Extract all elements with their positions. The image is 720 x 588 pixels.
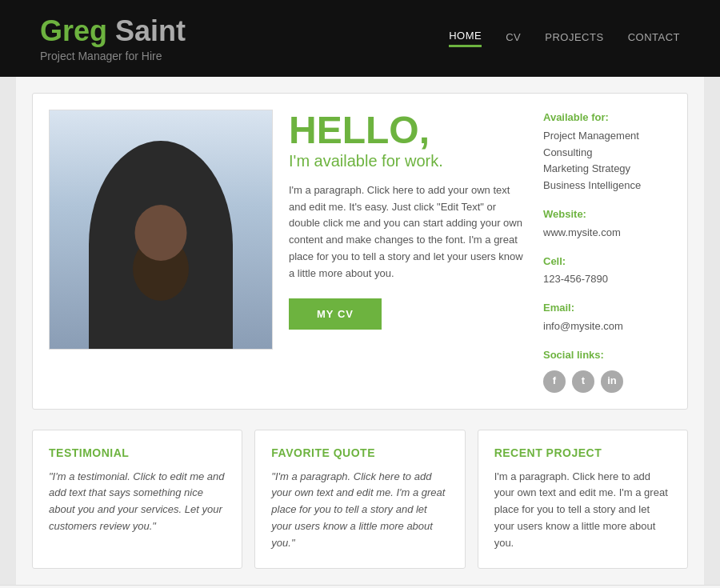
hero-greeting: HELLO, <box>289 110 527 152</box>
available-item: Marketing Strategy <box>543 161 671 178</box>
nav-contact[interactable]: CONTACT <box>628 31 680 46</box>
hero-bio: I'm a paragraph. Click here to add your … <box>289 182 527 282</box>
hero-main-content: HELLO, I'm available for work. I'm a par… <box>289 110 527 393</box>
nav-home[interactable]: HOME <box>449 30 482 47</box>
hero-tagline: I'm available for work. <box>289 152 527 170</box>
email-label: Email: <box>543 300 671 317</box>
nav-projects[interactable]: PROJECTS <box>545 31 603 46</box>
main-nav: HOME CV PROJECTS CONTACT <box>449 30 680 47</box>
cv-button[interactable]: MY CV <box>289 298 382 330</box>
social-label: Social links: <box>543 347 671 364</box>
testimonial-panel: TESTIMONIAL "I'm a testimonial. Click to… <box>32 430 242 569</box>
website-label: Website: <box>543 206 671 223</box>
header-branding: Greg Saint Project Manager for Hire <box>40 14 186 62</box>
available-label: Available for: <box>543 110 671 126</box>
project-text: I'm a paragraph. Click here to add your … <box>494 469 671 552</box>
header: Greg Saint Project Manager for Hire HOME… <box>0 0 720 77</box>
footer: © 2023 by GREG SAINT. Proudly created wi… <box>0 585 720 588</box>
page-body: HELLO, I'm available for work. I'm a par… <box>16 77 704 585</box>
site-subtitle: Project Manager for Hire <box>40 50 186 62</box>
available-item: Consulting <box>543 145 671 162</box>
project-title: RECENT PROJECT <box>494 446 671 459</box>
twitter-icon[interactable]: t <box>572 370 594 393</box>
available-item: Business Intelligence <box>543 178 671 194</box>
facebook-icon[interactable]: f <box>543 370 566 393</box>
site-name: Greg Saint <box>40 14 186 48</box>
project-panel: RECENT PROJECT I'm a paragraph. Click he… <box>478 430 688 569</box>
hero-sidebar: Available for: Project Management Consul… <box>543 110 671 393</box>
nav-cv[interactable]: CV <box>506 31 521 46</box>
quote-title: FAVORITE QUOTE <box>271 446 448 459</box>
email-value: info@mysite.com <box>543 318 671 335</box>
linkedin-icon[interactable]: in <box>601 370 623 393</box>
available-item: Project Management <box>543 128 671 145</box>
quote-text: "I'm a paragraph. Click here to add your… <box>271 469 448 552</box>
photo-head <box>135 205 187 261</box>
name-first: Greg <box>40 14 107 47</box>
social-links: f t in <box>543 370 671 393</box>
cell-value: 123-456-7890 <box>543 271 671 288</box>
name-last: Saint <box>107 14 186 47</box>
testimonial-title: TESTIMONIAL <box>49 446 226 459</box>
website-value: www.mysite.com <box>543 225 671 242</box>
testimonial-text: "I'm a testimonial. Click to edit me and… <box>49 469 226 535</box>
hero-photo <box>49 110 273 350</box>
available-items: Project Management Consulting Marketing … <box>543 128 671 194</box>
quote-panel: FAVORITE QUOTE "I'm a paragraph. Click h… <box>254 430 465 569</box>
panels-row: TESTIMONIAL "I'm a testimonial. Click to… <box>32 430 688 569</box>
cell-label: Cell: <box>543 254 671 270</box>
hero-card: HELLO, I'm available for work. I'm a par… <box>32 93 688 410</box>
photo-simulation <box>50 110 272 349</box>
